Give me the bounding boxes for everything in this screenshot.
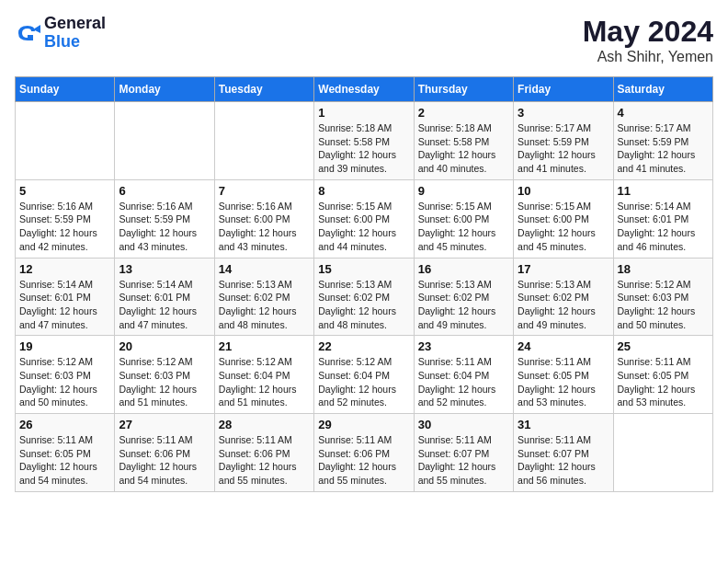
month-year: May 2024 [583, 15, 713, 49]
calendar-cell: 25Sunrise: 5:11 AM Sunset: 6:05 PM Dayli… [613, 336, 712, 414]
cell-day-number: 9 [418, 184, 509, 198]
cell-day-number: 27 [119, 418, 210, 431]
cell-info: Sunrise: 5:11 AM Sunset: 6:07 PM Dayligh… [418, 433, 509, 488]
cell-info: Sunrise: 5:11 AM Sunset: 6:06 PM Dayligh… [219, 433, 310, 488]
cell-day-number: 30 [418, 418, 509, 431]
calendar-cell: 8Sunrise: 5:15 AM Sunset: 6:00 PM Daylig… [314, 179, 414, 258]
cell-day-number: 24 [518, 339, 609, 353]
cell-info: Sunrise: 5:11 AM Sunset: 6:07 PM Dayligh… [518, 433, 609, 488]
calendar-cell: 28Sunrise: 5:11 AM Sunset: 6:06 PM Dayli… [214, 414, 313, 492]
calendar-table: SundayMondayTuesdayWednesdayThursdayFrid… [15, 76, 713, 492]
cell-day-number: 18 [618, 262, 709, 276]
calendar-cell: 14Sunrise: 5:13 AM Sunset: 6:02 PM Dayli… [214, 258, 313, 336]
calendar-cell: 23Sunrise: 5:11 AM Sunset: 6:04 PM Dayli… [414, 336, 513, 414]
day-header-friday: Friday [514, 77, 613, 102]
cell-day-number: 28 [219, 418, 310, 431]
cell-info: Sunrise: 5:14 AM Sunset: 6:01 PM Dayligh… [618, 200, 709, 254]
cell-info: Sunrise: 5:12 AM Sunset: 6:03 PM Dayligh… [119, 355, 210, 409]
cell-info: Sunrise: 5:17 AM Sunset: 5:59 PM Dayligh… [618, 121, 709, 176]
calendar-cell: 15Sunrise: 5:13 AM Sunset: 6:02 PM Dayli… [314, 258, 414, 336]
calendar-cell [115, 102, 214, 180]
cell-day-number: 5 [19, 184, 110, 198]
cell-day-number: 7 [219, 184, 310, 198]
cell-day-number: 11 [618, 184, 709, 198]
cell-day-number: 13 [119, 262, 210, 276]
calendar-cell: 9Sunrise: 5:15 AM Sunset: 6:00 PM Daylig… [414, 179, 513, 258]
cell-info: Sunrise: 5:13 AM Sunset: 6:02 PM Dayligh… [318, 278, 409, 332]
cell-day-number: 1 [318, 106, 409, 120]
cell-info: Sunrise: 5:11 AM Sunset: 6:06 PM Dayligh… [119, 433, 210, 488]
calendar-cell: 30Sunrise: 5:11 AM Sunset: 6:07 PM Dayli… [414, 414, 513, 492]
cell-info: Sunrise: 5:16 AM Sunset: 5:59 PM Dayligh… [19, 200, 110, 254]
cell-info: Sunrise: 5:11 AM Sunset: 6:05 PM Dayligh… [19, 433, 110, 488]
day-header-sunday: Sunday [16, 77, 115, 102]
calendar-cell: 29Sunrise: 5:11 AM Sunset: 6:06 PM Dayli… [314, 414, 414, 492]
calendar-cell: 22Sunrise: 5:12 AM Sunset: 6:04 PM Dayli… [314, 336, 414, 414]
cell-day-number: 3 [518, 106, 609, 120]
cell-info: Sunrise: 5:15 AM Sunset: 6:00 PM Dayligh… [418, 200, 509, 254]
cell-info: Sunrise: 5:12 AM Sunset: 6:03 PM Dayligh… [618, 278, 709, 332]
cell-info: Sunrise: 5:12 AM Sunset: 6:04 PM Dayligh… [219, 355, 310, 409]
cell-info: Sunrise: 5:15 AM Sunset: 6:00 PM Dayligh… [318, 200, 409, 254]
cell-info: Sunrise: 5:11 AM Sunset: 6:06 PM Dayligh… [318, 433, 409, 488]
calendar-cell [16, 102, 115, 180]
page-header: General Blue May 2024 Ash Shihr, Yemen [15, 15, 713, 65]
cell-day-number: 26 [19, 418, 110, 431]
week-row-3: 12Sunrise: 5:14 AM Sunset: 6:01 PM Dayli… [16, 258, 713, 336]
cell-day-number: 29 [318, 418, 409, 431]
cell-day-number: 20 [119, 339, 210, 353]
calendar-header: SundayMondayTuesdayWednesdayThursdayFrid… [16, 77, 713, 102]
cell-day-number: 22 [318, 339, 409, 353]
cell-info: Sunrise: 5:14 AM Sunset: 6:01 PM Dayligh… [19, 278, 110, 332]
cell-day-number: 23 [418, 339, 509, 353]
day-header-row: SundayMondayTuesdayWednesdayThursdayFrid… [16, 77, 713, 102]
cell-info: Sunrise: 5:11 AM Sunset: 6:05 PM Dayligh… [618, 355, 709, 409]
calendar-cell: 21Sunrise: 5:12 AM Sunset: 6:04 PM Dayli… [214, 336, 313, 414]
cell-info: Sunrise: 5:11 AM Sunset: 6:04 PM Dayligh… [418, 355, 509, 409]
calendar-cell: 26Sunrise: 5:11 AM Sunset: 6:05 PM Dayli… [16, 414, 115, 492]
calendar-cell: 2Sunrise: 5:18 AM Sunset: 5:58 PM Daylig… [414, 102, 513, 180]
cell-info: Sunrise: 5:16 AM Sunset: 6:00 PM Dayligh… [219, 200, 310, 254]
calendar-cell: 20Sunrise: 5:12 AM Sunset: 6:03 PM Dayli… [115, 336, 214, 414]
cell-info: Sunrise: 5:15 AM Sunset: 6:00 PM Dayligh… [518, 200, 609, 254]
day-header-wednesday: Wednesday [314, 77, 414, 102]
calendar-cell: 7Sunrise: 5:16 AM Sunset: 6:00 PM Daylig… [214, 179, 313, 258]
cell-day-number: 2 [418, 106, 509, 120]
calendar-cell: 12Sunrise: 5:14 AM Sunset: 6:01 PM Dayli… [16, 258, 115, 336]
calendar-cell: 16Sunrise: 5:13 AM Sunset: 6:02 PM Dayli… [414, 258, 513, 336]
cell-day-number: 15 [318, 262, 409, 276]
calendar-cell: 11Sunrise: 5:14 AM Sunset: 6:01 PM Dayli… [613, 179, 712, 258]
cell-info: Sunrise: 5:14 AM Sunset: 6:01 PM Dayligh… [119, 278, 210, 332]
week-row-1: 1Sunrise: 5:18 AM Sunset: 5:58 PM Daylig… [16, 102, 713, 180]
calendar-cell: 27Sunrise: 5:11 AM Sunset: 6:06 PM Dayli… [115, 414, 214, 492]
cell-info: Sunrise: 5:12 AM Sunset: 6:03 PM Dayligh… [19, 355, 110, 409]
cell-day-number: 31 [518, 418, 609, 431]
week-row-5: 26Sunrise: 5:11 AM Sunset: 6:05 PM Dayli… [16, 414, 713, 492]
cell-info: Sunrise: 5:18 AM Sunset: 5:58 PM Dayligh… [318, 121, 409, 176]
calendar-cell: 3Sunrise: 5:17 AM Sunset: 5:59 PM Daylig… [514, 102, 613, 180]
day-header-thursday: Thursday [414, 77, 513, 102]
cell-day-number: 21 [219, 339, 310, 353]
calendar-cell: 13Sunrise: 5:14 AM Sunset: 6:01 PM Dayli… [115, 258, 214, 336]
cell-day-number: 16 [418, 262, 509, 276]
cell-day-number: 25 [618, 339, 709, 353]
calendar-body: 1Sunrise: 5:18 AM Sunset: 5:58 PM Daylig… [16, 102, 713, 492]
calendar-cell: 10Sunrise: 5:15 AM Sunset: 6:00 PM Dayli… [514, 179, 613, 258]
calendar-cell: 6Sunrise: 5:16 AM Sunset: 5:59 PM Daylig… [115, 179, 214, 258]
cell-info: Sunrise: 5:18 AM Sunset: 5:58 PM Dayligh… [418, 121, 509, 176]
cell-day-number: 6 [119, 184, 210, 198]
cell-info: Sunrise: 5:11 AM Sunset: 6:05 PM Dayligh… [518, 355, 609, 409]
calendar-cell: 18Sunrise: 5:12 AM Sunset: 6:03 PM Dayli… [613, 258, 712, 336]
cell-day-number: 19 [19, 339, 110, 353]
cell-day-number: 4 [618, 106, 709, 120]
cell-info: Sunrise: 5:16 AM Sunset: 5:59 PM Dayligh… [119, 200, 210, 254]
title-block: May 2024 Ash Shihr, Yemen [583, 15, 713, 65]
logo-icon [15, 20, 40, 46]
calendar-cell: 4Sunrise: 5:17 AM Sunset: 5:59 PM Daylig… [613, 102, 712, 180]
calendar-cell [214, 102, 313, 180]
day-header-tuesday: Tuesday [214, 77, 313, 102]
cell-day-number: 8 [318, 184, 409, 198]
logo-text: General Blue [44, 15, 106, 52]
logo: General Blue [15, 15, 106, 52]
cell-info: Sunrise: 5:17 AM Sunset: 5:59 PM Dayligh… [518, 121, 609, 176]
